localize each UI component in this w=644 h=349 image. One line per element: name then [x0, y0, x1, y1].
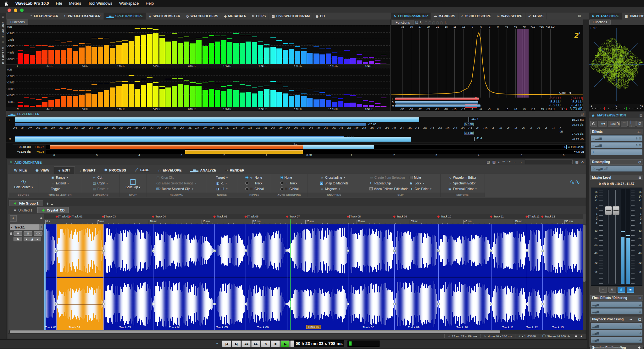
spectroscope-functions-button[interactable]: Functions: [7, 20, 28, 25]
cd-track-marker[interactable]: ◆Track 09: [393, 215, 407, 218]
track-solo-button[interactable]: S: [24, 231, 32, 236]
lock-faders-icon[interactable]: [627, 287, 634, 293]
ribbon-tab-fade[interactable]: ／FADE: [130, 166, 154, 174]
menu-workspace[interactable]: Workspace: [119, 1, 139, 6]
final-effects-section-header[interactable]: Final Effects / Dithering⊞: [590, 295, 643, 301]
ribbon-item-external-editor[interactable]: ▣External Editor▼: [448, 186, 477, 191]
track-name[interactable]: ◐ Track1: [10, 224, 43, 230]
anti-clip-icon[interactable]: 💧: [618, 287, 625, 293]
cd-track-marker[interactable]: ◆Track 05: [213, 215, 227, 218]
ribbon-item-mute[interactable]: Mute: [410, 175, 432, 180]
radio-off[interactable]: [245, 182, 248, 185]
monitor-input-button[interactable]: ▾: [598, 121, 607, 127]
track-routing-button[interactable]: -□-: [34, 231, 42, 236]
nav-back-icon[interactable]: ←: [513, 160, 516, 164]
panel-layout-icon[interactable]: ▦: [575, 160, 578, 164]
tab-clips[interactable]: ≋CLIPS: [249, 13, 269, 20]
cd-track-marker[interactable]: ◆Track 12: [525, 215, 539, 218]
envelope-node[interactable]: [347, 303, 349, 305]
envelope-node[interactable]: [103, 303, 105, 305]
ribbon-item-+1[interactable]: ◨+1▼: [216, 186, 228, 191]
clip-boundary[interactable]: [103, 224, 104, 330]
preset-dropdown[interactable]: ⌄: [525, 160, 573, 164]
ribbon-item-target[interactable]: Target▼: [216, 175, 228, 180]
ribbon-item-waveform-editor[interactable]: ∿Waveform Editor: [448, 175, 477, 180]
tab-projectmanager[interactable]: ∷PROJECTMANAGER: [61, 13, 103, 20]
minimize-window-button[interactable]: [14, 8, 17, 12]
tab-cd[interactable]: ◉CD: [313, 13, 328, 20]
status-info[interactable]: ⓘStereo 44 100 Hz: [539, 334, 574, 338]
fader-menu-icon[interactable]: ≡: [599, 287, 607, 293]
status-zoom[interactable]: ⌕x 1: 63888: [515, 334, 539, 338]
ribbon-item-delete-selected-clip[interactable]: ⌦Delete Selected Clip▼: [156, 186, 197, 191]
nav-forward-icon[interactable]: →: [519, 160, 522, 164]
transport-stop-button[interactable]: ■: [271, 341, 280, 347]
envelope-node[interactable]: [526, 303, 528, 305]
ribbon-tab-edit[interactable]: eEDIT: [54, 166, 75, 174]
power-button[interactable]: [590, 121, 597, 127]
add-effect-slot-button[interactable]: +: [591, 149, 642, 155]
panel-options-icon[interactable]: ▤: [578, 14, 581, 18]
ribbon-item-snap-to-magnets[interactable]: ✓Snap to Magnets: [320, 181, 348, 186]
loudness-functions-button[interactable]: Functions: [392, 20, 414, 25]
ribbon-item-track[interactable]: →Track: [245, 181, 264, 186]
file-group-tab[interactable]: File Group 1: [9, 200, 43, 206]
render-preset-button[interactable]: Last Renderin: [608, 121, 620, 127]
checkbox[interactable]: ✓: [320, 182, 323, 185]
master-panel-icon[interactable]: ▤: [640, 114, 642, 117]
add-track-button[interactable]: +: [10, 215, 17, 222]
clip-boundary[interactable]: [348, 224, 348, 330]
clip-boundary[interactable]: [56, 224, 57, 330]
undo-icon[interactable]: ↶: [502, 160, 505, 164]
clip-boundary[interactable]: [214, 224, 215, 330]
cd-track-marker[interactable]: ◆Track 04: [152, 215, 166, 218]
tab-spectroscope[interactable]: ▂▅▃SPECTROSCOPE: [104, 13, 146, 20]
envelope-node[interactable]: [152, 303, 154, 305]
ribbon-tab-analyze[interactable]: ▂▅▃ANALYZE: [186, 166, 220, 174]
preset-star-icon[interactable]: ✱: [574, 335, 579, 338]
ribbon-item-repeat-clip[interactable]: ↻Repeat Clip: [369, 181, 408, 186]
loudness-reset-icon[interactable]: ↻: [420, 21, 423, 24]
ribbon-tab-insert[interactable]: ↓INSERT: [75, 167, 100, 174]
doc-tab-untitled[interactable]: ❖ Untitled 1: [10, 207, 36, 213]
ribbon-item-magnets[interactable]: ∩Magnets▼: [320, 186, 348, 191]
panel-close-icon[interactable]: ✕: [581, 160, 584, 164]
checkbox[interactable]: [369, 187, 373, 190]
resampling-section-header[interactable]: Resampling◷: [590, 159, 643, 165]
cd-track-marker[interactable]: ◆Track 10: [437, 215, 451, 218]
transport-forward-button[interactable]: ▶▶: [251, 341, 260, 347]
cd-track-marker[interactable]: ◆Track 01: [55, 215, 69, 218]
track-mute-button[interactable]: M: [14, 231, 22, 236]
ribbon-item-track[interactable]: →Track: [280, 181, 299, 186]
track-shuffle-button[interactable]: ⇆: [14, 237, 22, 241]
ribbon-item-toggle[interactable]: Toggle: [51, 186, 69, 191]
zoom-window-button[interactable]: [20, 8, 24, 12]
bypass-icon[interactable]: ⌒: [621, 121, 628, 127]
tab-markers[interactable]: ◂▸MARKERS: [431, 13, 458, 20]
radio-on[interactable]: [245, 176, 248, 179]
master-level-section-header[interactable]: Master Level⊟: [590, 175, 643, 180]
vertical-scrollbar[interactable]: [583, 224, 586, 330]
doc-tab-crystal-cd[interactable]: Crystal_CD: [37, 207, 69, 213]
ribbon-tab-envelope[interactable]: ∩ENVELOPE: [154, 167, 186, 174]
ribbon-item-global[interactable]: ☰Global: [245, 186, 264, 191]
transport-go-end-button[interactable]: ▶|: [232, 341, 241, 347]
effect-slot-2[interactable]: ≡▂▄▆S⊡: [591, 142, 642, 148]
clip-boundary[interactable]: [438, 224, 439, 330]
menu-help[interactable]: Help: [146, 1, 154, 6]
track-monitor-group[interactable]: ●◢: [24, 237, 41, 241]
tab-timecode[interactable]: ▦TIMECODE: [622, 13, 644, 20]
horizontal-scrollbar[interactable]: [9, 330, 586, 333]
ribbon-item-none[interactable]: None: [280, 175, 299, 180]
playback-slot-1[interactable]: ▂▄▆⊡: [591, 323, 642, 329]
ribbon-item-cut[interactable]: ✄Cut: [92, 175, 109, 180]
envelope-node[interactable]: [437, 250, 440, 252]
clip-boundary[interactable]: [527, 224, 527, 330]
transport-loop-button[interactable]: ↻: [261, 341, 270, 347]
final-effect-slot-1[interactable]: ▂▄▆⊡: [591, 301, 642, 307]
loudness-rewind-icon[interactable]: |←: [445, 21, 449, 24]
envelope-node[interactable]: [245, 303, 247, 305]
cd-track-marker[interactable]: ◆Track 11: [490, 215, 504, 218]
envelope-node[interactable]: [541, 303, 544, 305]
ribbon-item-crossfading[interactable]: ✕Crossfading▼: [320, 175, 348, 180]
